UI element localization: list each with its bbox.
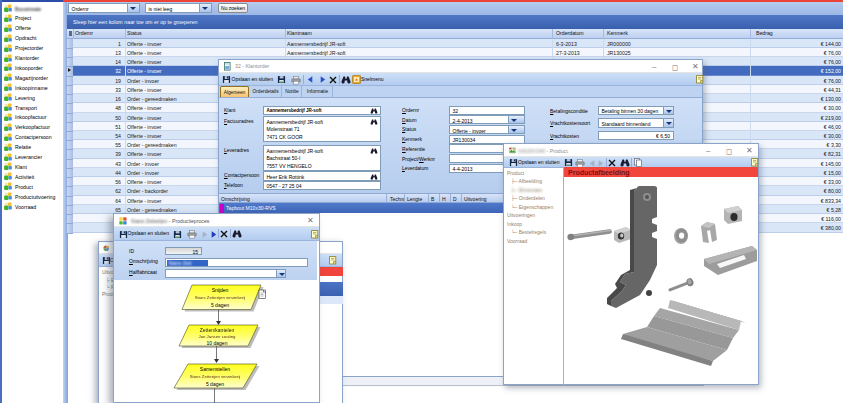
svg-text:Snijden: Snijden — [212, 287, 229, 293]
svg-text:Jan Jansen coating: Jan Jansen coating — [198, 334, 236, 339]
svg-text:Zetten/kantelen: Zetten/kantelen — [200, 327, 235, 333]
svg-text:Stans Zetterijen verzinkerij: Stans Zetterijen verzinkerij — [190, 374, 241, 379]
svg-text:Stans Zetterijen verzinkerij: Stans Zetterijen verzinkerij — [195, 295, 246, 300]
svg-text:10 dagen: 10 dagen — [207, 340, 228, 346]
svg-text:Samenstellen: Samenstellen — [200, 366, 231, 372]
svg-text:5 dagen: 5 dagen — [206, 381, 224, 387]
svg-text:5 dagen: 5 dagen — [211, 302, 229, 308]
